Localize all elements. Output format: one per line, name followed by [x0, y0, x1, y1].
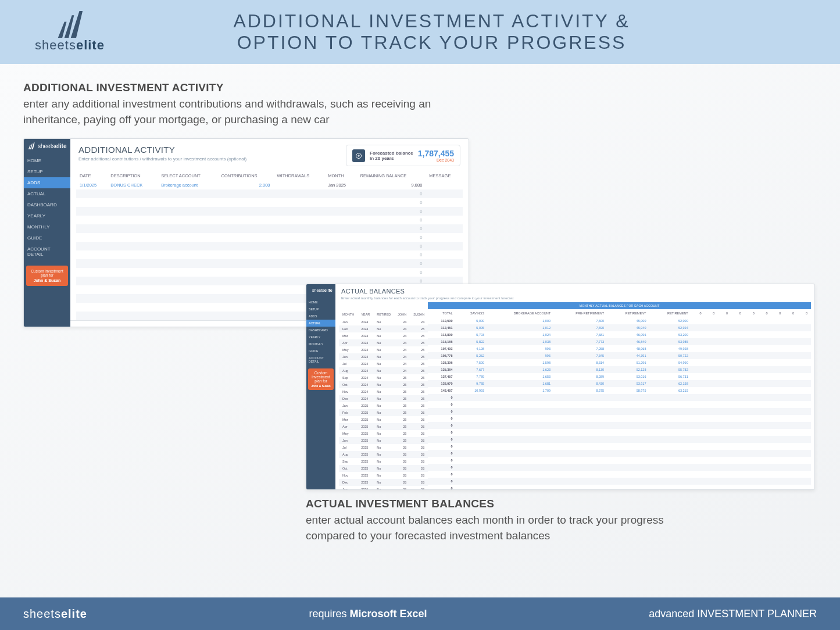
table-row[interactable]: 0: [76, 189, 463, 198]
table-row[interactable]: Sep2024No2525: [339, 374, 428, 381]
table-row[interactable]: 112,4515,0051,0127,59045,94052,924: [428, 324, 811, 331]
table-row[interactable]: Jan2026No2626: [339, 486, 428, 489]
table-row[interactable]: Feb2025No2526: [339, 409, 428, 416]
table-row[interactable]: Jan2024No2424: [339, 318, 428, 325]
table-row[interactable]: 0: [428, 394, 811, 401]
sidebar-item-setup[interactable]: SETUP: [24, 166, 70, 177]
col-header: 0: [731, 309, 745, 317]
table-row[interactable]: Feb2024No2425: [339, 325, 428, 332]
table-row[interactable]: 138,9709,7851,6818,43053,91762,158: [428, 380, 811, 387]
table-row[interactable]: Oct2024No2525: [339, 381, 428, 388]
app2-table-wrap: MONTHYEARRETIREDJOHNSUSAN Jan2024No2424F…: [335, 302, 814, 489]
table-row[interactable]: 113,8005,7031,0247,68146,09653,200: [428, 331, 811, 338]
table-row[interactable]: 125,3647,6771,6238,13052,12855,782: [428, 366, 811, 373]
col-header: 0: [745, 309, 758, 317]
table-row[interactable]: 0: [428, 464, 811, 471]
table-row[interactable]: Nov2024No2525: [339, 388, 428, 395]
sidebar-item-home[interactable]: HOME: [306, 299, 335, 306]
section-1-desc: enter any additional investment contribu…: [23, 96, 442, 127]
table-row[interactable]: Aug2025No2626: [339, 451, 428, 458]
table-row[interactable]: 107,4934,1989937,25848,96849,928: [428, 345, 811, 352]
col-header: 0: [784, 309, 798, 317]
sidebar-item-dashboard[interactable]: DASHBOARD: [306, 327, 335, 334]
sidebar-item-monthly[interactable]: MONTHLY: [24, 221, 70, 232]
table-row[interactable]: 0: [76, 259, 463, 268]
table-row[interactable]: 0: [428, 457, 811, 464]
sidebar-item-dashboard[interactable]: DASHBOARD: [24, 199, 70, 210]
col-header: 0: [758, 309, 771, 317]
col-header: RETIREMENT: [607, 309, 649, 317]
table-row[interactable]: 0: [428, 443, 811, 450]
table-row[interactable]: 0: [76, 207, 463, 216]
table-row[interactable]: May2024No2425: [339, 346, 428, 353]
table-row[interactable]: Jul2025No2626: [339, 444, 428, 451]
table-row[interactable]: Mar2024No2425: [339, 332, 428, 339]
table-row[interactable]: Jan2025No2525: [339, 402, 428, 409]
table-row[interactable]: 0: [76, 233, 463, 242]
sidebar-item-actual[interactable]: ACTUAL: [24, 188, 70, 199]
table-row[interactable]: 0: [428, 478, 811, 485]
sidebar-item-home[interactable]: HOME: [24, 155, 70, 166]
table-row[interactable]: 0: [428, 436, 811, 443]
forecast-icon: [352, 149, 365, 162]
table-row[interactable]: Apr2025No2526: [339, 423, 428, 430]
sidebar-item-monthly[interactable]: MONTHLY: [306, 341, 335, 348]
table-row[interactable]: Sep2025No2626: [339, 458, 428, 465]
table-row[interactable]: Aug2024No2425: [339, 367, 428, 374]
logo-icon: [27, 142, 35, 149]
badge-line-1: Custom investment plan for: [28, 269, 66, 277]
table-row[interactable]: 0: [428, 415, 811, 422]
sidebar-item-adds[interactable]: ADDS: [24, 177, 70, 188]
table-row[interactable]: Dec2024No2525: [339, 395, 428, 402]
table-row[interactable]: 110,5005,0001,0007,50045,00052,000: [428, 317, 811, 324]
table-row[interactable]: Jun2025No2526: [339, 437, 428, 444]
sidebar-item-setup[interactable]: SETUP: [306, 306, 335, 313]
table-row[interactable]: 0: [76, 216, 463, 224]
table-row[interactable]: 0: [76, 250, 463, 259]
table-row[interactable]: Dec2025No2626: [339, 479, 428, 486]
app2-title: ACTUAL BALANCES: [341, 288, 513, 295]
table-row[interactable]: 0: [428, 401, 811, 408]
table-row[interactable]: Apr2024No2425: [339, 339, 428, 346]
sidebar-item-guide[interactable]: GUIDE: [24, 232, 70, 244]
table-row[interactable]: 0: [428, 429, 811, 436]
col-header: CONTRIBUTIONS: [218, 171, 274, 181]
table-row[interactable]: 0: [428, 471, 811, 478]
forecast-box: Forecasted balance in 20 years 1,787,455…: [346, 145, 460, 166]
table-row[interactable]: 0: [428, 485, 811, 489]
table-row[interactable]: 0: [76, 268, 463, 277]
col-header: YEAR: [358, 310, 373, 318]
sidebar-item-actual[interactable]: ACTUAL: [306, 320, 335, 327]
table-row[interactable]: 123,3067,5001,5988,31451,29654,990: [428, 359, 811, 366]
sidebar-item-account-detail[interactable]: ACCOUNT DETAIL: [24, 244, 70, 260]
table-row[interactable]: 0: [76, 198, 463, 207]
balances-banner: MONTHLY ACTUAL BALANCES FOR EACH ACCOUNT: [428, 302, 811, 309]
table-row[interactable]: 0: [76, 242, 463, 250]
sidebar-item-yearly[interactable]: YEARLY: [306, 334, 335, 341]
col-header: MONTH: [339, 310, 358, 318]
table-row[interactable]: 1/1/2025BONUS CHECKBrokerage account2,00…: [76, 181, 463, 189]
sidebar-item-adds[interactable]: ADDS: [306, 313, 335, 320]
table-row[interactable]: 0: [76, 224, 463, 233]
table-row[interactable]: Jun2024No2425: [339, 353, 428, 360]
table-row[interactable]: May2025No2526: [339, 430, 428, 437]
table-row[interactable]: 143,45710,9931,7098,57558,97563,215: [428, 387, 811, 394]
sidebar-item-account-detail[interactable]: ACCOUNT DETAIL: [306, 355, 335, 365]
table-row[interactable]: 0: [428, 450, 811, 457]
table-row[interactable]: Oct2025No2626: [339, 465, 428, 472]
sidebar-item-yearly[interactable]: YEARLY: [24, 210, 70, 221]
sidebar-item-guide[interactable]: GUIDE: [306, 348, 335, 355]
table-row[interactable]: 0: [428, 422, 811, 429]
col-header: 0: [692, 309, 705, 317]
table-row[interactable]: 108,7755,2629957,34544,39150,722: [428, 352, 811, 359]
app2-right-table: TOTALSAVINGSBROKERAGE ACCOUNTPRE-RETIREM…: [428, 309, 811, 489]
footer-brand: sheetselite: [23, 607, 87, 621]
table-head-row: TOTALSAVINGSBROKERAGE ACCOUNTPRE-RETIREM…: [428, 309, 811, 317]
table-row[interactable]: Mar2025No2526: [339, 416, 428, 423]
table-row[interactable]: Nov2025No2626: [339, 472, 428, 479]
table-row[interactable]: Jul2024No2425: [339, 360, 428, 367]
table-row[interactable]: 0: [428, 408, 811, 415]
table-row[interactable]: 127,4577,7891,6538,28953,01656,731: [428, 373, 811, 380]
total-label: TOTAL: [76, 325, 203, 327]
table-row[interactable]: 115,1665,8221,0387,77346,84053,985: [428, 338, 811, 345]
